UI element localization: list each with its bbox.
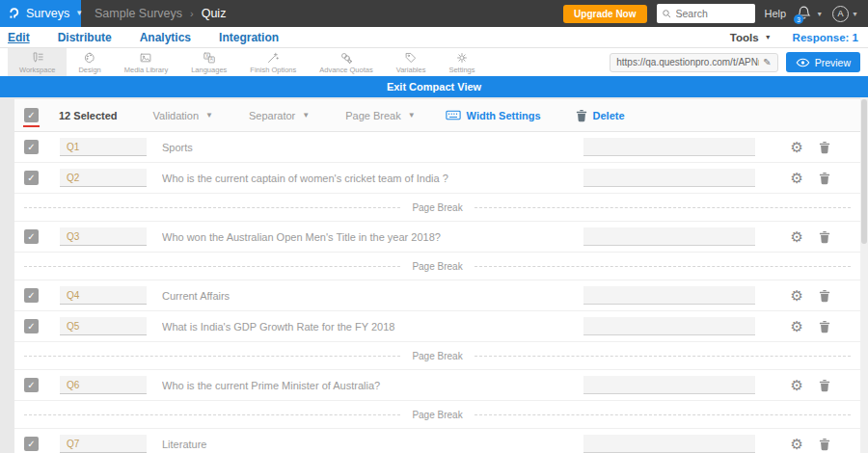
tab-distribute[interactable]: Distribute	[58, 31, 112, 44]
row-settings-gear-icon[interactable]: ⚙	[791, 171, 803, 185]
survey-url-box[interactable]: ✎	[610, 53, 777, 72]
toolbar-item-workspace[interactable]: Workspace	[8, 48, 67, 76]
toolbar-item-label: Workspace	[19, 66, 55, 74]
page-break-row: Page Break	[14, 194, 860, 222]
question-code-input[interactable]	[60, 435, 147, 453]
row-delete-button[interactable]	[819, 320, 830, 333]
toolbar-item-media-library[interactable]: Media Library	[113, 48, 179, 76]
row-checkbox[interactable]: ✓	[24, 437, 39, 451]
eye-icon	[796, 58, 810, 67]
question-code-input[interactable]	[60, 138, 147, 156]
languages-icon: XA	[203, 50, 216, 65]
row-checkbox[interactable]: ✓	[24, 378, 39, 392]
question-text[interactable]: Sports	[162, 142, 583, 153]
trash-icon	[819, 289, 830, 303]
toolbar-item-label: Finish Options	[250, 66, 296, 74]
select-all-checkbox[interactable]: ✓	[24, 108, 39, 122]
finish-options-icon	[266, 50, 280, 65]
question-value-input[interactable]	[583, 376, 755, 394]
question-text[interactable]: Who is the current Prime Minister of Aus…	[162, 380, 583, 391]
page-break-label: Page Break	[412, 351, 462, 361]
question-code-input[interactable]	[60, 169, 147, 187]
tab-analytics[interactable]: Analytics	[140, 31, 191, 44]
bulk-dropdown-page-break[interactable]: Page Break▼	[345, 110, 415, 121]
width-settings-label: Width Settings	[467, 110, 541, 121]
row-checkbox[interactable]: ✓	[24, 319, 39, 333]
question-value-input[interactable]	[583, 227, 755, 246]
nav-tab-bar: EditDistributeAnalyticsIntegration Tools…	[0, 27, 868, 48]
row-delete-button[interactable]	[819, 438, 830, 451]
question-text[interactable]: What is India's GDP Growth Rate for the …	[162, 321, 583, 333]
tools-menu[interactable]: Tools	[730, 32, 759, 43]
row-settings-gear-icon[interactable]: ⚙	[791, 319, 803, 333]
row-settings-gear-icon[interactable]: ⚙	[791, 229, 803, 244]
toolbar-item-variables[interactable]: Variables	[385, 48, 438, 76]
delete-button[interactable]: Delete	[576, 109, 625, 122]
preview-button[interactable]: Preview	[786, 52, 860, 72]
question-code-input[interactable]	[60, 317, 147, 335]
row-delete-button[interactable]	[819, 141, 830, 154]
row-delete-button[interactable]	[819, 172, 830, 185]
row-checkbox[interactable]: ✓	[24, 171, 39, 185]
edit-url-pencil-icon[interactable]: ✎	[763, 57, 771, 67]
breadcrumb-parent[interactable]: Sample Surveys	[95, 7, 182, 20]
row-delete-button[interactable]	[819, 379, 830, 392]
breadcrumb: Sample Surveys › Quiz	[95, 7, 226, 20]
top-bar: Surveys ▼ Sample Surveys › Quiz Upgrade …	[0, 0, 868, 27]
trash-icon	[819, 438, 830, 451]
notifications-button[interactable]: 3	[796, 5, 813, 22]
row-settings-gear-icon[interactable]: ⚙	[791, 288, 803, 303]
question-text[interactable]: Current Affairs	[162, 290, 583, 302]
question-row: ✓Who won the Australian Open Men's Title…	[14, 222, 860, 253]
row-delete-button[interactable]	[819, 230, 830, 244]
tab-edit[interactable]: Edit	[8, 31, 30, 44]
question-text[interactable]: Who is the current captain of women's cr…	[162, 173, 583, 184]
row-checkbox[interactable]: ✓	[24, 288, 39, 303]
avatar[interactable]: A	[832, 6, 849, 22]
question-code-input[interactable]	[60, 376, 147, 394]
question-row: ✓Sports⚙	[14, 132, 860, 163]
help-link[interactable]: Help	[765, 8, 787, 19]
question-code-input[interactable]	[60, 286, 147, 305]
row-checkbox[interactable]: ✓	[24, 229, 39, 244]
question-value-input[interactable]	[583, 435, 755, 453]
tab-integration[interactable]: Integration	[219, 31, 279, 44]
response-count-link[interactable]: Response: 1	[793, 32, 858, 43]
toolbar-item-languages[interactable]: XALanguages	[179, 48, 238, 76]
question-text[interactable]: Literature	[162, 439, 583, 450]
bulk-dropdown-separator[interactable]: Separator▼	[249, 110, 310, 121]
chevron-down-icon[interactable]: ▼	[816, 11, 823, 17]
row-settings-gear-icon[interactable]: ⚙	[791, 140, 803, 154]
exit-compact-view-button[interactable]: Exit Compact View	[387, 81, 481, 93]
search-input[interactable]	[676, 8, 744, 19]
upgrade-now-button[interactable]: Upgrade Now	[563, 5, 646, 23]
question-row: ✓Current Affairs⚙	[14, 280, 860, 311]
scrollbar-thumb[interactable]	[861, 99, 867, 244]
toolbar-item-label: Media Library	[124, 66, 168, 74]
search-icon	[662, 9, 672, 19]
toolbar-item-design[interactable]: Design	[67, 48, 112, 76]
bulk-dropdown-validation[interactable]: Validation▼	[153, 110, 213, 121]
row-settings-gear-icon[interactable]: ⚙	[791, 378, 803, 392]
toolbar-item-settings[interactable]: Settings	[437, 48, 486, 76]
product-switcher[interactable]: Surveys ▼	[0, 0, 81, 27]
toolbar-item-finish-options[interactable]: Finish Options	[238, 48, 308, 76]
breadcrumb-current: Quiz	[202, 7, 227, 20]
question-code-input[interactable]	[60, 227, 147, 246]
scrollbar-track[interactable]	[860, 97, 868, 453]
chevron-down-icon[interactable]: ▼	[852, 11, 858, 17]
row-checkbox[interactable]: ✓	[24, 140, 39, 154]
question-value-input[interactable]	[583, 317, 755, 335]
question-text[interactable]: Who won the Australian Open Men's Title …	[162, 231, 583, 243]
row-settings-gear-icon[interactable]: ⚙	[791, 437, 803, 451]
row-delete-button[interactable]	[819, 289, 830, 303]
chevron-down-icon: ▼	[408, 112, 416, 120]
page-break-dashed-line	[475, 356, 851, 357]
width-settings-button[interactable]: Width Settings	[446, 110, 541, 121]
question-value-input[interactable]	[583, 286, 755, 305]
question-value-input[interactable]	[583, 169, 755, 187]
survey-url-input[interactable]	[616, 57, 759, 67]
search-box[interactable]	[657, 4, 755, 23]
toolbar-item-advance-quotas[interactable]: Advance Quotas	[308, 48, 384, 76]
question-value-input[interactable]	[583, 138, 755, 156]
